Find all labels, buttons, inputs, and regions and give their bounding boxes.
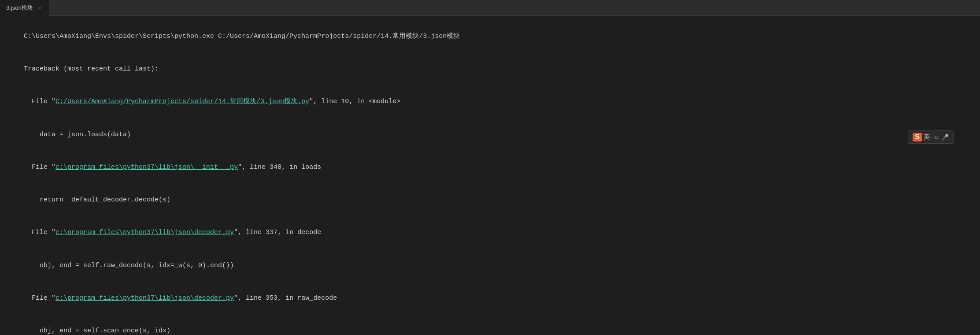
sogou-mic-icon: 🎤 bbox=[941, 134, 949, 141]
sogou-label: 英· bbox=[924, 133, 932, 141]
output-file1-location: File "C:/Users/AmoXiang/PycharmProjects/… bbox=[8, 86, 972, 119]
sogou-s-icon: S bbox=[913, 133, 922, 141]
file3-link[interactable]: c:\program files\python37\lib\json\decod… bbox=[55, 229, 234, 236]
output-file3-code: obj, end = self.raw_decode(s, idx=_w(s, … bbox=[8, 249, 972, 282]
output-panel: C:\Users\AmoXiang\Envs\spider\Scripts\py… bbox=[0, 16, 980, 335]
file2-link[interactable]: c:\program files\python37\lib\json\__ini… bbox=[55, 164, 238, 171]
file1-link[interactable]: C:/Users/AmoXiang/PycharmProjects/spider… bbox=[55, 98, 309, 105]
output-line-2: Traceback (most recent call last): bbox=[8, 53, 972, 86]
output-file2-location: File "c:\program files\python37\lib\json… bbox=[8, 151, 972, 184]
output-file2-code: return _default_decoder.decode(s) bbox=[8, 184, 972, 216]
sogou-input-badge[interactable]: S 英· ☺ 🎤 bbox=[908, 130, 954, 144]
sogou-emoji-icon: ☺ bbox=[933, 134, 939, 141]
output-line-1: C:\Users\AmoXiang\Envs\spider\Scripts\py… bbox=[8, 20, 972, 53]
tab-label: 3.json模块 bbox=[6, 4, 33, 12]
output-file1-code: data = json.loads(data) bbox=[8, 119, 972, 151]
output-file4-location: File "c:\program files\python37\lib\json… bbox=[8, 282, 972, 315]
tab-json-module[interactable]: 3.json模块 × bbox=[0, 0, 49, 16]
output-file3-location: File "c:\program files\python37\lib\json… bbox=[8, 217, 972, 249]
file4-link[interactable]: c:\program files\python37\lib\json\decod… bbox=[55, 294, 234, 302]
tab-close-icon[interactable]: × bbox=[37, 4, 43, 11]
output-file4-code: obj, end = self.scan_once(s, idx) bbox=[8, 315, 972, 335]
tab-bar: 3.json模块 × bbox=[0, 0, 980, 16]
